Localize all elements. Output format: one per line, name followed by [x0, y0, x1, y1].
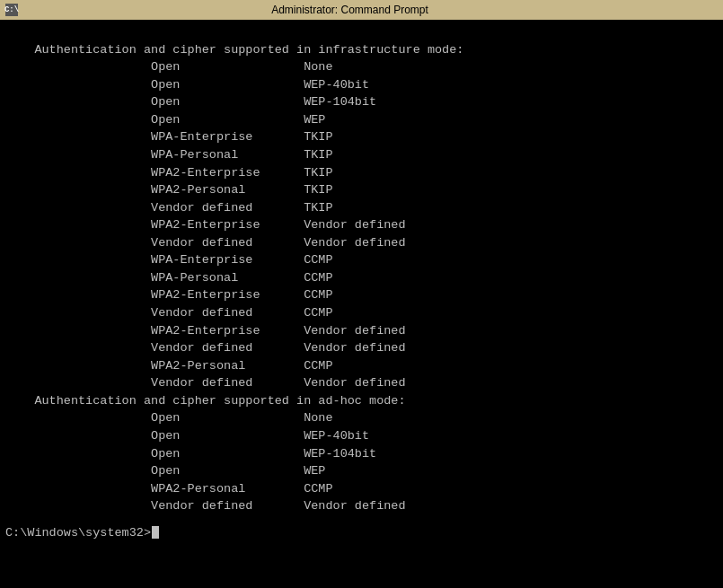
terminal-line: WPA-Enterprise TKIP: [5, 128, 718, 146]
terminal-line: WPA-Enterprise CCMP: [5, 251, 718, 269]
terminal-line: Vendor defined CCMP: [5, 304, 718, 322]
terminal-line: Authentication and cipher supported in i…: [5, 41, 718, 59]
terminal-line: Vendor defined Vendor defined: [5, 374, 718, 392]
terminal-line: WPA2-Enterprise Vendor defined: [5, 216, 718, 234]
terminal-line: WPA2-Personal CCMP: [5, 357, 718, 375]
terminal-line: Open WEP-104bit: [5, 445, 718, 463]
title-bar: C:\ Administrator: Command Prompt: [0, 0, 723, 20]
terminal-line: WPA2-Enterprise CCMP: [5, 286, 718, 304]
terminal-line: Open WEP-40bit: [5, 427, 718, 445]
terminal-line: WPA-Personal TKIP: [5, 146, 718, 164]
terminal-line: Open WEP-40bit: [5, 76, 718, 94]
terminal-line: WPA2-Enterprise Vendor defined: [5, 322, 718, 340]
terminal-line: WPA2-Personal CCMP: [5, 480, 718, 498]
terminal-line: WPA-Personal CCMP: [5, 269, 718, 287]
terminal-line: Open None: [5, 58, 718, 76]
cmd-icon: C:\: [5, 4, 18, 16]
terminal-body: Authentication and cipher supported in i…: [0, 20, 723, 545]
terminal-line: Open WEP-104bit: [5, 93, 718, 111]
cursor: [152, 526, 159, 539]
terminal-line: Open None: [5, 409, 718, 427]
terminal-line: Open WEP: [5, 111, 718, 129]
prompt-line: C:\Windows\system32>: [5, 524, 718, 542]
title-bar-left: C:\: [5, 4, 18, 16]
terminal-line: WPA2-Personal TKIP: [5, 181, 718, 199]
terminal-line: Open WEP: [5, 462, 718, 480]
terminal-line: Vendor defined Vendor defined: [5, 497, 718, 515]
terminal-line: Vendor defined TKIP: [5, 199, 718, 217]
terminal-line: Vendor defined Vendor defined: [5, 339, 718, 357]
terminal-line: Authentication and cipher supported in a…: [5, 392, 718, 410]
terminal-line: WPA2-Enterprise TKIP: [5, 164, 718, 182]
title-text: Administrator: Command Prompt: [271, 4, 428, 16]
terminal-line: Vendor defined Vendor defined: [5, 234, 718, 252]
